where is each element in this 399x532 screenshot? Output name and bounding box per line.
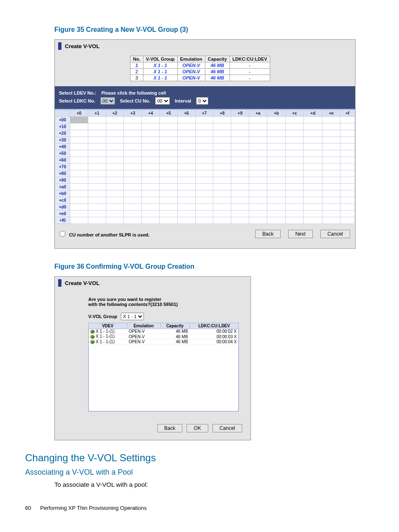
- grid-cell[interactable]: [124, 117, 142, 123]
- grid-cell[interactable]: [142, 117, 160, 123]
- grid-cell[interactable]: [322, 164, 340, 170]
- grid-cell[interactable]: [340, 144, 355, 150]
- grid-cell[interactable]: [88, 164, 106, 170]
- grid-cell[interactable]: [231, 177, 249, 184]
- grid-cell[interactable]: [249, 137, 267, 144]
- grid-cell[interactable]: [159, 217, 177, 224]
- grid-cell[interactable]: [195, 217, 213, 224]
- grid-cell[interactable]: [322, 157, 340, 164]
- grid-cell[interactable]: [106, 117, 124, 123]
- grid-cell[interactable]: [231, 217, 249, 224]
- grid-cell[interactable]: [267, 217, 286, 224]
- grid-cell[interactable]: [177, 170, 195, 177]
- grid-cell[interactable]: [177, 184, 195, 190]
- grid-cell[interactable]: [340, 130, 355, 137]
- grid-cell[interactable]: [213, 117, 231, 123]
- grid-cell[interactable]: [177, 144, 195, 150]
- grid-cell[interactable]: [249, 144, 267, 150]
- grid-cell[interactable]: [322, 177, 340, 184]
- grid-cell[interactable]: [142, 144, 160, 150]
- grid-cell[interactable]: [88, 204, 106, 211]
- grid-cell[interactable]: [70, 123, 88, 130]
- grid-cell[interactable]: [249, 217, 267, 224]
- table-row[interactable]: 3 X 1 - 1 OPEN-V 46 MB -: [130, 75, 270, 81]
- grid-cell[interactable]: [231, 170, 249, 177]
- grid-cell[interactable]: [177, 190, 195, 197]
- grid-cell[interactable]: [267, 123, 286, 130]
- grid-cell[interactable]: [106, 204, 124, 211]
- grid-cell[interactable]: [124, 150, 142, 157]
- grid-cell[interactable]: [70, 184, 88, 190]
- grid-cell[interactable]: [249, 204, 267, 211]
- grid-cell[interactable]: [213, 164, 231, 170]
- grid-cell[interactable]: [213, 157, 231, 164]
- grid-cell[interactable]: [159, 190, 177, 197]
- cancel-button[interactable]: Cancel: [320, 230, 350, 238]
- grid-cell[interactable]: [267, 184, 286, 190]
- grid-cell[interactable]: [142, 177, 160, 184]
- grid-cell[interactable]: [106, 184, 124, 190]
- grid-cell[interactable]: [213, 137, 231, 144]
- grid-cell[interactable]: [195, 211, 213, 217]
- grid-cell[interactable]: [195, 204, 213, 211]
- grid-cell[interactable]: [249, 197, 267, 204]
- grid-cell[interactable]: [88, 211, 106, 217]
- grid-cell[interactable]: [195, 164, 213, 170]
- grid-cell[interactable]: [304, 137, 322, 144]
- grid-cell[interactable]: [106, 150, 124, 157]
- grid-cell[interactable]: [142, 150, 160, 157]
- grid-cell[interactable]: [249, 157, 267, 164]
- grid-cell[interactable]: [286, 190, 304, 197]
- grid-cell[interactable]: [249, 150, 267, 157]
- grid-cell[interactable]: [106, 144, 124, 150]
- grid-cell[interactable]: [142, 130, 160, 137]
- grid-cell[interactable]: [70, 177, 88, 184]
- vvol-group-select[interactable]: X 1 - 1: [121, 313, 144, 320]
- grid-cell[interactable]: [159, 197, 177, 204]
- table-row[interactable]: X 1 - 1-(1) OPEN-V 46 MB 00:00:04 X: [89, 339, 239, 344]
- grid-cell[interactable]: [195, 184, 213, 190]
- grid-cell[interactable]: [70, 211, 88, 217]
- grid-cell[interactable]: [231, 137, 249, 144]
- grid-cell[interactable]: [159, 157, 177, 164]
- grid-cell[interactable]: [195, 137, 213, 144]
- grid-cell[interactable]: [286, 123, 304, 130]
- grid-cell[interactable]: [213, 190, 231, 197]
- grid-cell[interactable]: [322, 190, 340, 197]
- grid-cell[interactable]: [231, 190, 249, 197]
- grid-cell[interactable]: [340, 217, 355, 224]
- table-row[interactable]: X 1 - 1-(1) OPEN-V 46 MB 00:00:03 X: [89, 334, 239, 339]
- grid-cell[interactable]: [177, 130, 195, 137]
- grid-cell[interactable]: [195, 190, 213, 197]
- grid-cell[interactable]: [340, 197, 355, 204]
- grid-cell[interactable]: [106, 190, 124, 197]
- grid-cell[interactable]: [267, 157, 286, 164]
- grid-cell[interactable]: [70, 217, 88, 224]
- grid-cell[interactable]: [142, 217, 160, 224]
- grid-cell[interactable]: [340, 150, 355, 157]
- grid-cell[interactable]: [322, 130, 340, 137]
- grid-cell[interactable]: [286, 157, 304, 164]
- grid-cell[interactable]: [213, 204, 231, 211]
- grid-cell[interactable]: [70, 190, 88, 197]
- grid-cell[interactable]: [106, 164, 124, 170]
- grid-cell[interactable]: [106, 123, 124, 130]
- grid-cell[interactable]: [304, 204, 322, 211]
- grid-cell[interactable]: [159, 117, 177, 123]
- grid-cell[interactable]: [322, 211, 340, 217]
- grid-cell[interactable]: [322, 123, 340, 130]
- grid-cell[interactable]: [177, 137, 195, 144]
- grid-cell[interactable]: [231, 123, 249, 130]
- grid-cell[interactable]: [340, 170, 355, 177]
- grid-cell[interactable]: [124, 177, 142, 184]
- grid-cell[interactable]: [267, 130, 286, 137]
- grid-cell[interactable]: [267, 144, 286, 150]
- grid-cell[interactable]: [88, 144, 106, 150]
- grid-cell[interactable]: [249, 190, 267, 197]
- grid-cell[interactable]: [124, 123, 142, 130]
- grid-cell[interactable]: [159, 211, 177, 217]
- grid-cell[interactable]: [195, 177, 213, 184]
- grid-cell[interactable]: [195, 157, 213, 164]
- grid-cell[interactable]: [231, 117, 249, 123]
- table-row[interactable]: X 1 - 1-(1) OPEN-V 46 MB 00:00:02 X: [89, 329, 239, 334]
